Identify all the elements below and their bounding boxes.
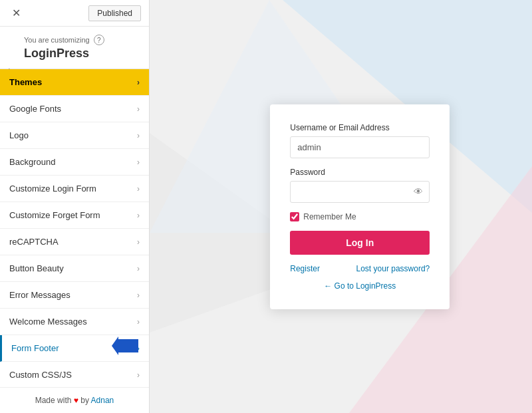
close-button[interactable]: ✕: [8, 5, 25, 21]
arrow-recaptcha: ›: [137, 237, 140, 247]
help-icon[interactable]: ?: [94, 35, 104, 45]
password-input[interactable]: [290, 181, 430, 203]
footer-author-link[interactable]: Adnan: [91, 396, 114, 405]
arrow-google-fonts: ›: [137, 104, 140, 114]
password-wrapper: 👁: [290, 181, 430, 203]
nav-item-themes[interactable]: Themes ›: [0, 69, 149, 96]
username-group: Username or Email Address: [290, 123, 430, 158]
remember-checkbox[interactable]: [290, 212, 299, 221]
nav-item-google-fonts[interactable]: Google Fonts ›: [0, 96, 149, 122]
arrow-background: ›: [137, 158, 140, 167]
main-preview: Username or Email Address Password 👁 Rem…: [150, 0, 532, 413]
nav-label-customize-forget: Customize Forget Form: [9, 210, 100, 220]
form-links: Register Lost your password?: [290, 264, 430, 273]
arrow-customize-login: ›: [137, 184, 140, 194]
login-button[interactable]: Log In: [290, 231, 430, 255]
arrow-custom-css: ›: [137, 370, 140, 380]
nav-label-background: Background: [9, 157, 55, 167]
nav-item-button-beauty[interactable]: Button Beauty ›: [0, 255, 149, 282]
remember-row: Remember Me: [290, 212, 430, 221]
footer-text: Made with: [35, 396, 72, 405]
eye-icon[interactable]: 👁: [414, 186, 423, 197]
nav-item-logo[interactable]: Logo ›: [0, 122, 149, 149]
arrow-logo: ›: [137, 131, 140, 140]
nav-list: Themes › Google Fonts › Logo › Backgroun…: [0, 69, 149, 387]
lost-password-link[interactable]: Lost your password?: [356, 264, 430, 273]
published-button[interactable]: Published: [88, 5, 141, 21]
login-card: Username or Email Address Password 👁 Rem…: [270, 104, 450, 309]
arrow-themes: ›: [137, 78, 140, 87]
nav-item-welcome-messages[interactable]: Welcome Messages ›: [0, 309, 149, 335]
nav-item-custom-css[interactable]: Custom CSS/JS ›: [0, 362, 149, 387]
username-input[interactable]: [290, 136, 430, 158]
register-link[interactable]: Register: [290, 264, 320, 273]
nav-label-customize-login: Customize Login Form: [9, 184, 96, 194]
customizing-label: You are customizing: [24, 36, 90, 44]
svg-marker-0: [112, 337, 138, 355]
footer-by: by: [80, 396, 89, 405]
customizing-section: You are customizing ? LoginPress: [0, 27, 149, 69]
arrow-welcome-messages: ›: [137, 317, 140, 327]
nav-label-google-fonts: Google Fonts: [9, 104, 61, 114]
sidebar: ✕ Published ‹ You are customizing ? Logi…: [0, 0, 150, 413]
nav-item-form-footer[interactable]: Form Footer ›: [0, 335, 149, 362]
goto-loginpress: ← Go to LoginPress: [290, 281, 430, 291]
nav-label-form-footer: Form Footer: [11, 343, 59, 353]
top-bar: ✕ Published: [0, 0, 149, 27]
arrow-customize-forget: ›: [137, 211, 140, 220]
password-label: Password: [290, 168, 430, 177]
nav-item-customize-forget[interactable]: Customize Forget Form ›: [0, 202, 149, 229]
nav-item-customize-login[interactable]: Customize Login Form ›: [0, 176, 149, 202]
nav-label-welcome-messages: Welcome Messages: [9, 317, 87, 327]
nav-label-button-beauty: Button Beauty: [9, 263, 64, 273]
password-group: Password 👁: [290, 168, 430, 203]
nav-label-logo: Logo: [9, 130, 29, 140]
nav-item-recaptcha[interactable]: reCAPTCHA ›: [0, 229, 149, 255]
remember-label: Remember Me: [303, 212, 356, 221]
blue-arrow-icon: [112, 337, 138, 355]
nav-item-background[interactable]: Background ›: [0, 149, 149, 176]
nav-label-error-messages: Error Messages: [9, 290, 70, 300]
sidebar-footer: Made with ♥ by Adnan: [0, 387, 149, 413]
username-label: Username or Email Address: [290, 123, 430, 132]
goto-link[interactable]: ← Go to LoginPress: [324, 281, 396, 291]
heart-icon: ♥: [74, 396, 78, 405]
nav-label-recaptcha: reCAPTCHA: [9, 237, 59, 247]
arrow-error-messages: ›: [137, 291, 140, 300]
customizing-title: LoginPress: [24, 47, 140, 61]
arrow-button-beauty: ›: [137, 264, 140, 273]
nav-label-themes: Themes: [9, 77, 42, 87]
nav-item-error-messages[interactable]: Error Messages ›: [0, 282, 149, 309]
nav-label-custom-css: Custom CSS/JS: [9, 370, 72, 380]
